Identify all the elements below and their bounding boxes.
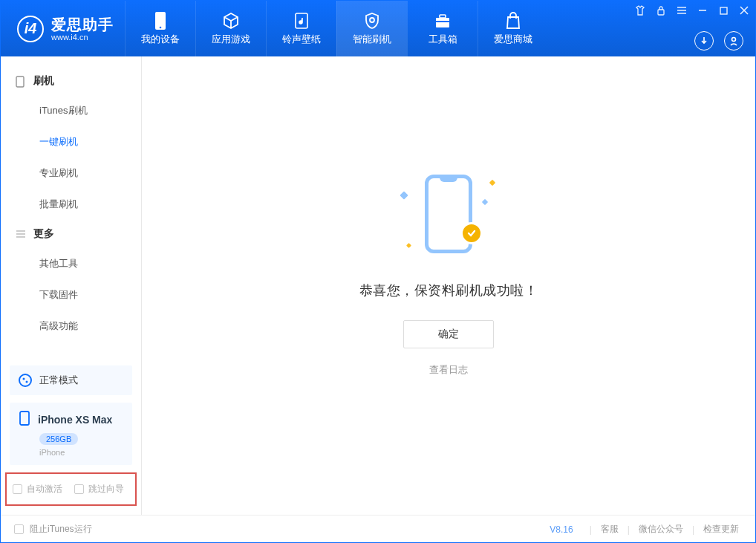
svg-point-21 (26, 381, 28, 383)
device-icon (151, 12, 169, 30)
app-logo-icon: i4 (17, 16, 44, 42)
nav-label: 应用游戏 (212, 33, 250, 46)
maximize-icon[interactable] (718, 5, 729, 16)
nav-label: 铃声壁纸 (282, 33, 321, 46)
logo-area[interactable]: i4 爱思助手 www.i4.cn (1, 16, 125, 42)
main-nav: 我的设备 应用游戏 铃声壁纸 智能刷机 工具箱 爱思商城 (125, 1, 548, 56)
music-file-icon (293, 12, 310, 30)
nav-smart-flash[interactable]: 智能刷机 (336, 1, 407, 56)
svg-point-15 (732, 38, 736, 42)
app-header: i4 爱思助手 www.i4.cn 我的设备 应用游戏 铃声壁纸 智能刷机 工具… (1, 1, 755, 56)
phone-icon (16, 76, 26, 86)
sidebar-options-highlight: 自动激活 跳过向导 (5, 472, 137, 506)
header-actions (694, 31, 743, 51)
group-label: 更多 (33, 227, 54, 241)
device-type: iPhone (39, 448, 123, 457)
mode-label: 正常模式 (39, 374, 78, 387)
check-badge-icon (460, 222, 483, 244)
separator: | (590, 524, 592, 535)
nav-label: 我的设备 (141, 33, 180, 46)
app-url: www.i4.cn (51, 33, 114, 42)
sidebar-group-flash: 刷机 (1, 67, 141, 95)
spark-icon (482, 198, 488, 204)
support-link[interactable]: 客服 (598, 523, 622, 536)
nav-store[interactable]: 爱思商城 (478, 1, 548, 56)
menu-icon[interactable] (677, 5, 687, 16)
device-name: iPhone XS Max (38, 414, 112, 426)
device-storage-badge: 256GB (39, 433, 78, 445)
skip-guide-label: 跳过向导 (88, 483, 124, 495)
spark-icon (489, 179, 495, 185)
block-itunes-checkbox[interactable] (14, 524, 24, 534)
svg-point-3 (370, 18, 374, 22)
version-label: V8.16 (550, 524, 573, 535)
user-icon[interactable] (724, 31, 743, 51)
mode-icon (19, 374, 32, 387)
group-label: 刷机 (33, 74, 54, 88)
auto-activate-checkbox[interactable] (13, 484, 22, 494)
close-icon[interactable] (739, 5, 749, 16)
separator: | (628, 524, 630, 535)
nav-label: 智能刷机 (353, 33, 391, 46)
spark-icon (406, 242, 411, 247)
nav-label: 工具箱 (428, 33, 457, 46)
status-bar: 阻止iTunes运行 V8.16 | 客服 | 微信公众号 | 检查更新 (1, 515, 755, 543)
block-itunes-label: 阻止iTunes运行 (30, 523, 92, 536)
svg-rect-22 (20, 412, 29, 425)
sidebar-item-pro-flash[interactable]: 专业刷机 (1, 157, 141, 189)
sidebar-item-advanced[interactable]: 高级功能 (1, 310, 141, 342)
device-phone-icon (19, 411, 30, 429)
mode-box[interactable]: 正常模式 (10, 365, 132, 395)
ok-button[interactable]: 确定 (403, 320, 494, 348)
cube-icon (222, 12, 240, 30)
success-message: 恭喜您，保资料刷机成功啦！ (359, 282, 538, 299)
spark-icon (400, 191, 408, 199)
svg-rect-12 (720, 7, 727, 14)
sidebar-item-batch-flash[interactable]: 批量刷机 (1, 189, 141, 220)
shirt-icon[interactable] (635, 5, 645, 16)
check-update-link[interactable]: 检查更新 (700, 523, 742, 536)
svg-rect-6 (436, 21, 449, 22)
download-icon[interactable] (694, 31, 714, 51)
bag-icon (504, 12, 522, 30)
sidebar-item-download-firmware[interactable]: 下载固件 (1, 279, 141, 310)
svg-point-20 (23, 378, 25, 380)
svg-rect-7 (658, 10, 664, 15)
window-controls (635, 5, 749, 16)
svg-point-1 (160, 26, 162, 28)
app-title: 爱思助手 (51, 16, 114, 33)
wechat-link[interactable]: 微信公众号 (636, 523, 686, 536)
nav-label: 爱思商城 (494, 33, 532, 46)
nav-toolbox[interactable]: 工具箱 (407, 1, 478, 56)
main-content: 恭喜您，保资料刷机成功啦！ 确定 查看日志 (142, 56, 755, 515)
nav-my-device[interactable]: 我的设备 (125, 1, 195, 56)
shield-icon (363, 12, 381, 30)
sidebar-item-itunes-flash[interactable]: iTunes刷机 (1, 95, 141, 126)
success-illustration (374, 166, 523, 262)
nav-ringtones[interactable]: 铃声壁纸 (266, 1, 336, 56)
svg-rect-4 (436, 18, 449, 27)
view-log-link[interactable]: 查看日志 (429, 363, 468, 377)
svg-rect-16 (16, 77, 24, 87)
sidebar: 刷机 iTunes刷机 一键刷机 专业刷机 批量刷机 更多 其他工具 下载固件 … (1, 56, 142, 515)
auto-activate-label: 自动激活 (27, 483, 62, 495)
device-box[interactable]: iPhone XS Max 256GB iPhone (10, 403, 132, 465)
minimize-icon[interactable] (697, 5, 708, 16)
separator: | (692, 524, 694, 535)
svg-rect-5 (440, 15, 446, 18)
sidebar-group-more: 更多 (1, 220, 141, 248)
sidebar-item-other-tools[interactable]: 其他工具 (1, 248, 141, 279)
toolbox-icon (434, 12, 452, 30)
list-icon (16, 229, 26, 239)
lock-icon[interactable] (656, 5, 666, 16)
skip-guide-checkbox[interactable] (74, 484, 84, 494)
nav-apps-games[interactable]: 应用游戏 (195, 1, 266, 56)
sidebar-item-oneclick-flash[interactable]: 一键刷机 (1, 126, 141, 157)
